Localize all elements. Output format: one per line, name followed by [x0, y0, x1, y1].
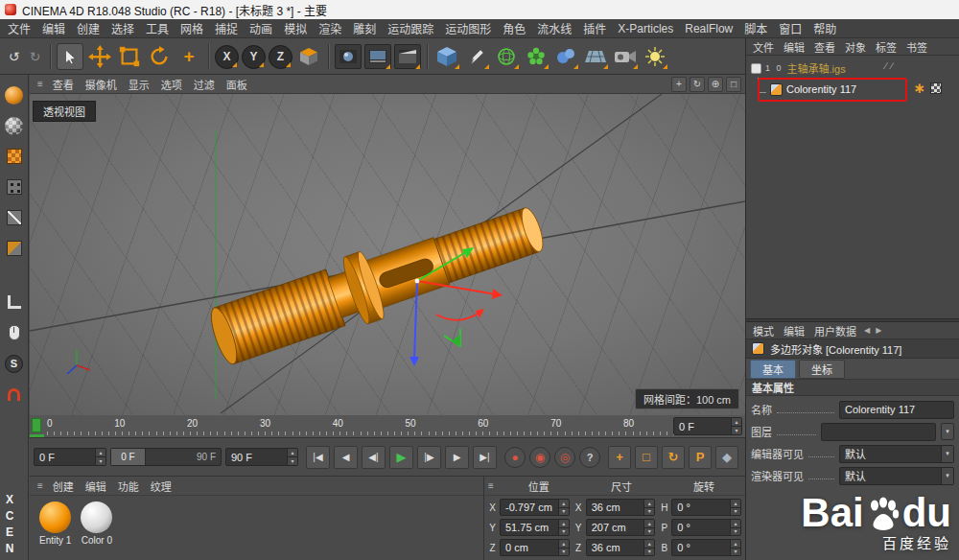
viewport-menu-item[interactable]: 面板 — [221, 77, 253, 92]
spinner-up-icon[interactable]: ▴ — [731, 500, 740, 507]
undo-button[interactable]: ↺ — [5, 43, 23, 70]
coordinate-system-button[interactable] — [295, 43, 322, 70]
materials-menu-item[interactable]: 功能 — [112, 478, 145, 494]
subdivision-surface-button[interactable] — [493, 43, 520, 70]
menu-item[interactable]: 文件 — [2, 20, 36, 36]
size-field[interactable]: 36 cm ▴▾ — [586, 499, 656, 516]
spinner-up-icon[interactable]: ▴ — [644, 520, 654, 527]
menu-item[interactable]: 工具 — [140, 20, 175, 36]
camera-button[interactable] — [612, 43, 639, 70]
spinner[interactable]: ▴▾ — [558, 540, 569, 555]
materials-menu-item[interactable]: 编辑 — [80, 478, 112, 494]
layer-popup-button[interactable]: ▾ — [941, 423, 954, 440]
uv-mode-button[interactable] — [4, 146, 25, 167]
object-manager-menu-item[interactable]: 文件 — [748, 39, 779, 55]
tab-coordinates[interactable]: 坐标 — [799, 360, 845, 379]
metaball-button[interactable] — [552, 43, 579, 70]
previous-key-button[interactable]: ◀ — [334, 446, 358, 469]
spinner-down-icon[interactable]: ▾ — [732, 426, 741, 434]
object-manager-menu-item[interactable]: 标签 — [871, 39, 901, 55]
frame-spinner[interactable]: ▴▾ — [731, 418, 741, 434]
viewport-orbit-icon[interactable]: ↻ — [690, 77, 705, 92]
autokey-button[interactable]: ◉ — [529, 447, 550, 468]
points-mode-button[interactable] — [4, 176, 25, 198]
material-swatch[interactable]: Color 0 — [81, 502, 112, 546]
rotation-field[interactable]: 0 ° ▴▾ — [671, 499, 741, 516]
lock-z-axis-button[interactable]: Z — [269, 45, 292, 69]
menu-item[interactable]: 雕刻 — [347, 20, 382, 36]
keyframe-mode-button[interactable]: ◎ — [554, 447, 575, 468]
play-button[interactable]: ▶ — [389, 446, 413, 469]
key-rotation-toggle[interactable]: ↻ — [662, 446, 685, 469]
object-name[interactable]: 主轴承轴.igs — [787, 60, 846, 76]
previous-frame-button[interactable]: ◀| — [362, 446, 386, 469]
spinner[interactable]: ▴▾ — [558, 500, 569, 515]
position-field[interactable]: 0 cm ▴▾ — [500, 539, 570, 556]
spinner-down-icon[interactable]: ▾ — [731, 507, 740, 516]
add-primitive-button[interactable] — [433, 43, 460, 70]
magnet-tool-button[interactable] — [4, 384, 25, 405]
key-scale-toggle[interactable]: □ — [635, 446, 658, 469]
attributes-menu-item[interactable]: 用户数据 — [809, 323, 861, 338]
spinner-down-icon[interactable]: ▾ — [288, 456, 297, 465]
menu-item[interactable]: 帮助 — [807, 20, 842, 36]
spinner-up-icon[interactable]: ▴ — [559, 500, 569, 507]
spinner[interactable]: ▴▾ — [730, 540, 740, 555]
model-mode-button[interactable] — [4, 84, 25, 105]
menu-item[interactable]: 渲染 — [313, 20, 347, 36]
menu-item[interactable]: 流水线 — [531, 20, 577, 36]
menu-item[interactable]: 网格 — [175, 20, 209, 36]
key-position-toggle[interactable]: + — [608, 446, 631, 469]
spinner[interactable]: ▴▾ — [643, 520, 654, 535]
spinner-up-icon[interactable]: ▴ — [644, 500, 654, 507]
object-manager-menu-item[interactable]: 编辑 — [779, 39, 809, 55]
range-start-field[interactable]: 0 F ▴▾ — [34, 448, 106, 466]
edges-mode-button[interactable] — [4, 207, 25, 228]
key-pla-toggle[interactable]: ◆ — [715, 446, 738, 469]
spinner-up-icon[interactable]: ▴ — [288, 449, 297, 456]
next-key-button[interactable]: ▶ — [445, 446, 469, 469]
panel-menu-icon[interactable]: ≡ — [484, 480, 498, 491]
tab-basic[interactable]: 基本 — [750, 360, 796, 379]
menu-item[interactable]: 角色 — [497, 20, 531, 36]
attributes-menu-item[interactable]: 编辑 — [779, 323, 809, 338]
position-field[interactable]: 51.75 cm ▴▾ — [500, 519, 570, 536]
position-field[interactable]: -0.797 cm ▴▾ — [500, 499, 570, 516]
editor-visibility-dropdown[interactable]: 默认 ▾ — [839, 445, 954, 463]
object-manager-menu-item[interactable]: 对象 — [840, 39, 871, 55]
viewport-menu-item[interactable]: 选项 — [155, 77, 188, 92]
menu-item[interactable]: 窗口 — [773, 20, 807, 36]
spline-pen-button[interactable] — [463, 43, 490, 70]
lock-y-axis-button[interactable]: Y — [242, 45, 266, 69]
spinner-down-icon[interactable]: ▾ — [731, 527, 740, 536]
panel-menu-icon[interactable]: ≡ — [34, 79, 47, 89]
range-end-field[interactable]: 90 F ▴▾ — [225, 448, 298, 466]
size-field[interactable]: 207 cm ▴▾ — [586, 519, 656, 536]
spinner[interactable]: ▴▾ — [558, 520, 569, 535]
history-back-icon[interactable]: ◀ — [861, 326, 873, 335]
menu-item[interactable]: 选择 — [105, 20, 140, 36]
menu-item[interactable]: 创建 — [71, 20, 105, 36]
record-button[interactable]: ● — [504, 447, 526, 468]
render-view-button[interactable] — [335, 43, 362, 70]
timeline-ruler[interactable]: 0102030405060708090 0 F ▴▾ — [30, 415, 745, 438]
mograph-button[interactable] — [523, 43, 550, 70]
spinner-down-icon[interactable]: ▾ — [644, 548, 654, 556]
spinner-up-icon[interactable]: ▴ — [731, 540, 740, 548]
last-tool-button[interactable]: + — [175, 43, 202, 70]
menu-item[interactable]: RealFlow — [679, 22, 738, 35]
render-visibility-dropdown[interactable]: 默认 ▾ — [839, 467, 954, 485]
goto-start-button[interactable]: |◀ — [306, 446, 330, 469]
snap-button[interactable]: S — [4, 353, 25, 374]
layer-input[interactable] — [821, 423, 936, 441]
select-tool-button[interactable] — [57, 43, 83, 70]
spinner-up-icon[interactable]: ▴ — [559, 520, 569, 527]
rotation-field[interactable]: 0 ° ▴▾ — [671, 519, 741, 536]
viewport-menu-item[interactable]: 摄像机 — [80, 77, 123, 92]
spinner[interactable]: ▴▾ — [730, 500, 740, 515]
viewport-canvas[interactable]: 透视视图 网格间距：100 cm — [30, 94, 745, 415]
spinner-up-icon[interactable]: ▴ — [96, 449, 105, 456]
lock-x-axis-button[interactable]: X — [215, 45, 239, 69]
spinner-up-icon[interactable]: ▴ — [732, 418, 741, 426]
spinner-down-icon[interactable]: ▾ — [559, 548, 569, 556]
